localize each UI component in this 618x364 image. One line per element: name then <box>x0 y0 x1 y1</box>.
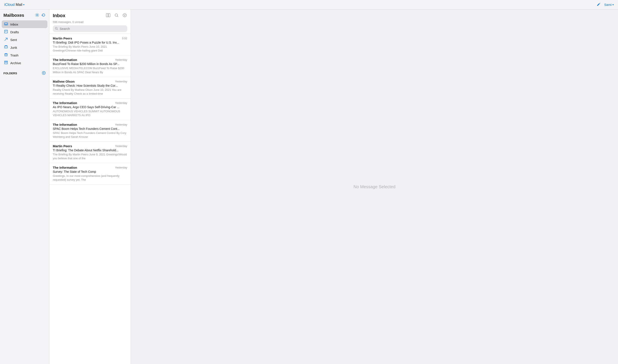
sidebar-item-drafts[interactable]: Drafts <box>2 28 47 36</box>
email-preview: Greetings, In our most comprehensive (an… <box>53 174 127 182</box>
svg-line-5 <box>5 38 7 40</box>
email-subject: As IPO Nears, Argo CEO Says Self-Driving… <box>53 105 127 109</box>
email-subject: TI Reality Check: How Scientists Study t… <box>53 84 127 87</box>
email-list-item[interactable]: Mathew Olson Yesterday TI Reality Check:… <box>49 77 131 99</box>
email-time: Yesterday <box>115 144 127 148</box>
svg-point-22 <box>123 13 126 17</box>
filter-button[interactable] <box>122 13 127 18</box>
email-list-item[interactable]: Martin Peers Yesterday TI Briefing: The … <box>49 142 131 163</box>
no-message-text: No Message Selected <box>353 184 396 189</box>
svg-line-21 <box>117 16 118 17</box>
email-sender: Martin Peers <box>53 144 72 148</box>
settings-button[interactable] <box>35 13 39 18</box>
sidebar-item-archive-label: Archive <box>10 61 21 65</box>
email-sender: The Information <box>53 123 77 126</box>
archive-icon <box>4 61 8 65</box>
sidebar-item-trash[interactable]: Trash <box>2 51 47 59</box>
search-input[interactable] <box>53 25 127 32</box>
email-list-item[interactable]: The Information Yesterday Survey: The St… <box>49 163 131 184</box>
inbox-toolbar-icons <box>105 13 127 19</box>
email-time: Yesterday <box>115 80 127 83</box>
user-name: Sami <box>604 3 612 6</box>
sidebar-item-junk-label: Junk <box>10 46 17 49</box>
folders-section: Folders <box>0 71 49 77</box>
sidebar-item-junk[interactable]: Junk <box>2 44 47 51</box>
email-list-item[interactable]: The Information Yesterday BuzzFeed To Ra… <box>49 55 131 77</box>
svg-rect-12 <box>4 61 8 62</box>
search-bar <box>53 25 127 32</box>
email-time: Yesterday <box>115 58 127 61</box>
sent-icon <box>4 37 8 42</box>
chevron-down-icon[interactable]: ▾ <box>23 3 25 6</box>
sidebar-item-trash-label: Trash <box>10 53 18 57</box>
folders-title: Folders <box>3 72 17 75</box>
svg-rect-18 <box>106 13 108 17</box>
email-subject: TI Briefing: The Debate About Netflix Sh… <box>53 149 127 152</box>
email-sender: The Information <box>53 101 77 105</box>
svg-rect-19 <box>108 13 110 17</box>
email-list-item[interactable]: Martin Peers 3:02 TI Briefing: Didi IPO … <box>49 34 131 55</box>
topbar-left: iCloud Mail ▾ <box>4 2 25 7</box>
inbox-count: 596 messages, 0 unread <box>53 20 127 24</box>
split-view-button[interactable] <box>105 13 111 19</box>
junk-icon <box>4 45 8 50</box>
email-preview: AUTONOMOUS VEHICLES SUMMIT AUTONOMOUS VE… <box>53 109 127 117</box>
email-list-header: Inbox <box>49 9 131 34</box>
email-time: Yesterday <box>115 123 127 126</box>
folders-header: Folders <box>3 71 46 76</box>
email-subject: Survey: The State of Tech Comp <box>53 170 127 173</box>
email-preview: The Briefing By Martin Peers June 9, 202… <box>53 153 127 160</box>
user-dropdown-icon: ▾ <box>612 3 614 6</box>
email-preview: SPAC Boom Helps Tech Founders Cement Con… <box>53 131 127 139</box>
email-subject: SPAC Boom Helps Tech Founders Cement Con… <box>53 127 127 130</box>
sidebar-item-inbox-label: Inbox <box>10 23 18 26</box>
email-subject: BuzzFeed To Raise $200 Million in Bonds … <box>53 62 127 66</box>
search-button[interactable] <box>114 13 119 18</box>
email-time: 3:02 <box>122 37 127 40</box>
email-preview: Reality Check By Mathew Olson June 10, 2… <box>53 88 127 96</box>
compose-button[interactable] <box>596 2 601 7</box>
sidebar: Mailboxes <box>0 9 49 364</box>
inbox-heading: Inbox <box>53 13 65 18</box>
app-title-icloud: iCloud <box>4 2 15 7</box>
email-time: Yesterday <box>115 166 127 169</box>
sidebar-item-sent-label: Sent <box>10 38 17 42</box>
drafts-icon <box>4 30 8 34</box>
email-subject: TI Briefing: Didi IPO Poses a Puzzle for… <box>53 41 127 44</box>
email-list-toolbar: Inbox <box>53 13 127 19</box>
email-list-item[interactable]: The Information Yesterday As IPO Nears, … <box>49 99 131 120</box>
sidebar-item-sent[interactable]: Sent <box>2 36 47 44</box>
email-preview: EXCLUSIVE MEDIA/TELECOM BuzzFeed To Rais… <box>53 66 127 74</box>
sidebar-item-inbox[interactable]: Inbox <box>2 20 47 28</box>
sidebar-item-archive[interactable]: Archive <box>2 59 47 67</box>
add-folder-button[interactable] <box>42 71 46 76</box>
app-title: iCloud Mail <box>4 2 22 7</box>
reading-pane: No Message Selected <box>131 9 618 364</box>
refresh-button[interactable] <box>41 13 46 18</box>
email-list-panel: Inbox <box>49 9 131 364</box>
topbar: iCloud Mail ▾ Sami ▾ <box>0 0 618 9</box>
sidebar-header: Mailboxes <box>0 13 49 20</box>
sidebar-item-drafts-label: Drafts <box>10 30 19 34</box>
email-sender: Mathew Olson <box>53 80 75 83</box>
inbox-icon <box>4 22 8 26</box>
main-layout: Mailboxes <box>0 9 618 364</box>
svg-point-0 <box>37 15 38 16</box>
topbar-right: Sami ▾ <box>596 2 614 7</box>
email-list: Martin Peers 3:02 TI Briefing: Didi IPO … <box>49 34 131 364</box>
user-menu[interactable]: Sami ▾ <box>604 3 614 6</box>
svg-rect-8 <box>5 54 7 56</box>
email-sender: The Information <box>53 58 77 62</box>
mailbox-list: Inbox Drafts <box>0 20 49 67</box>
email-preview: The Briefing By Martin Peers June 10, 20… <box>53 45 127 52</box>
trash-icon <box>4 53 8 57</box>
app-title-mail: Mail <box>15 2 22 7</box>
email-list-item[interactable]: The Information Yesterday SPAC Boom Help… <box>49 120 131 142</box>
email-sender: Martin Peers <box>53 37 72 40</box>
email-time: Yesterday <box>115 101 127 104</box>
email-sender: The Information <box>53 166 77 169</box>
sidebar-actions <box>35 13 46 18</box>
mailboxes-title: Mailboxes <box>3 13 24 18</box>
